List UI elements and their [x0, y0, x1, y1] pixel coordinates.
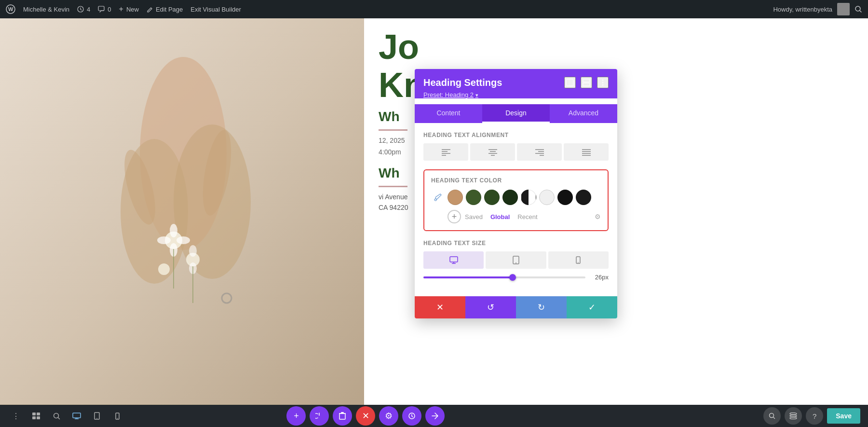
- eyedropper-button[interactable]: [431, 191, 445, 204]
- redo-button[interactable]: ↻: [516, 296, 567, 318]
- right-toolbar-actions: ? Save: [763, 407, 860, 425]
- align-left-button[interactable]: [423, 143, 468, 161]
- save-button[interactable]: Save: [827, 408, 860, 424]
- svg-rect-66: [339, 413, 345, 419]
- tab-advanced[interactable]: Advanced: [550, 104, 617, 123]
- svg-rect-24: [569, 79, 570, 86]
- mobile-preview-button[interactable]: [109, 408, 125, 424]
- panel-more-button[interactable]: [597, 77, 609, 88]
- svg-point-27: [602, 80, 604, 81]
- svg-point-14: [157, 236, 171, 244]
- color-swatch-black[interactable]: [557, 190, 573, 205]
- color-swatch-vdarkgreen[interactable]: [502, 190, 518, 205]
- svg-point-12: [170, 224, 177, 237]
- responsive-button[interactable]: [425, 406, 445, 426]
- size-slider-row: 26px: [423, 274, 609, 281]
- settings-panel: Heading Settings Preset: Heading 2 ▾: [415, 69, 617, 318]
- panel-expand-button[interactable]: [564, 77, 576, 88]
- color-label: Heading Text Color: [431, 177, 601, 184]
- color-swatch-tan[interactable]: [448, 190, 463, 205]
- saved-tab[interactable]: Saved: [465, 213, 483, 220]
- tablet-preview-button[interactable]: [89, 408, 105, 424]
- exit-builder-link[interactable]: Exit Visual Builder: [190, 6, 241, 13]
- undo-button[interactable]: ↺: [465, 296, 516, 318]
- svg-text:W: W: [8, 6, 14, 12]
- svg-point-28: [602, 82, 604, 83]
- global-tab[interactable]: Global: [490, 213, 510, 220]
- color-settings-button[interactable]: ⚙: [595, 213, 601, 220]
- desktop-button[interactable]: [423, 251, 484, 269]
- svg-point-53: [578, 262, 579, 263]
- panel-title: Heading Settings: [423, 77, 502, 88]
- svg-point-65: [117, 418, 117, 418]
- svg-point-73: [790, 417, 797, 419]
- add-color-button[interactable]: +: [448, 210, 461, 223]
- color-swatch-split[interactable]: [521, 190, 536, 205]
- edit-page-link[interactable]: Edit Page: [147, 6, 183, 13]
- layers-button[interactable]: [785, 407, 802, 425]
- modules-grid-button[interactable]: [28, 408, 44, 424]
- user-avatar[interactable]: [837, 3, 850, 15]
- svg-point-46: [434, 199, 436, 201]
- search-button[interactable]: [48, 408, 65, 424]
- recent-tab[interactable]: Recent: [517, 213, 537, 220]
- align-right-button[interactable]: [517, 143, 562, 161]
- search-pages-button[interactable]: [763, 407, 781, 425]
- tab-design[interactable]: Design: [482, 104, 550, 123]
- site-name[interactable]: Michelle & Kevin: [23, 6, 69, 13]
- history-button[interactable]: [402, 406, 421, 426]
- color-swatch-black2[interactable]: [576, 190, 591, 205]
- module-menu-button[interactable]: ⋮: [8, 408, 24, 424]
- page-canvas: Jo Kn Wh 12, 2025 4:00pm Wh vi Avenue CA…: [0, 18, 868, 427]
- svg-rect-3: [98, 6, 104, 11]
- svg-point-29: [602, 84, 604, 86]
- device-buttons: [423, 251, 609, 269]
- panel-body: Heading Text Alignment: [415, 123, 617, 296]
- panel-preset[interactable]: Preset: Heading 2 ▾: [423, 91, 609, 98]
- color-swatch-nearwhite[interactable]: [539, 190, 555, 205]
- svg-rect-57: [37, 416, 40, 419]
- panel-icons: [564, 77, 609, 88]
- panel-layout-button[interactable]: [581, 77, 592, 88]
- search-icon[interactable]: [854, 5, 862, 13]
- wp-logo-icon[interactable]: W: [6, 4, 15, 14]
- panel-tabs: Content Design Advanced: [415, 104, 617, 123]
- new-link[interactable]: + New: [119, 5, 139, 14]
- add-module-button[interactable]: +: [286, 406, 306, 426]
- bottom-toolbar: ⋮ + ✕ ⚙: [0, 405, 868, 427]
- mobile-button[interactable]: [548, 251, 609, 269]
- tab-content[interactable]: Content: [415, 104, 482, 123]
- svg-rect-59: [73, 413, 81, 418]
- divider-2: [379, 186, 407, 187]
- svg-rect-26: [583, 83, 590, 86]
- help-button[interactable]: ?: [806, 407, 823, 425]
- size-slider-track: [423, 276, 585, 278]
- alignment-buttons: [423, 143, 609, 161]
- color-actions-row: + Saved Global Recent ⚙: [431, 210, 601, 223]
- confirm-button[interactable]: ✓: [567, 296, 617, 318]
- cancel-button[interactable]: ✕: [415, 296, 465, 318]
- color-swatch-darkgreen[interactable]: [466, 190, 481, 205]
- tablet-button[interactable]: [486, 251, 546, 269]
- desktop-preview-button[interactable]: [68, 408, 85, 424]
- panel-footer: ✕ ↺ ↻ ✓: [415, 296, 617, 318]
- color-swatch-forestgreen[interactable]: [484, 190, 500, 205]
- featured-image: [0, 18, 364, 405]
- svg-point-15: [176, 236, 190, 244]
- power-button[interactable]: [310, 406, 329, 426]
- svg-point-11: [158, 263, 170, 275]
- delete-button[interactable]: [333, 406, 352, 426]
- alignment-section: Heading Text Alignment: [423, 132, 609, 161]
- admin-bar: W Michelle & Kevin 4 0 + New Edit Page E…: [0, 0, 868, 18]
- align-center-button[interactable]: [470, 143, 515, 161]
- settings-button[interactable]: ⚙: [379, 406, 398, 426]
- align-justify-button[interactable]: [564, 143, 609, 161]
- revisions-link[interactable]: 4: [77, 6, 90, 13]
- svg-rect-47: [450, 257, 458, 262]
- slider-value: 26px: [590, 274, 609, 281]
- svg-rect-54: [32, 413, 36, 415]
- svg-point-72: [790, 415, 797, 417]
- text-size-section: Heading Text Size: [423, 240, 609, 281]
- close-x-button[interactable]: ✕: [356, 406, 375, 426]
- comments-link[interactable]: 0: [98, 6, 111, 13]
